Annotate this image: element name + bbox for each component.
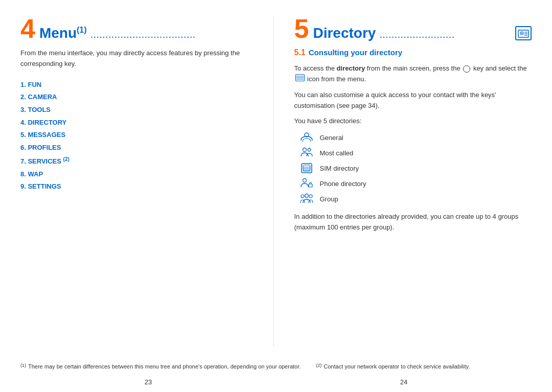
menu-item-fun: 1. FUN <box>20 79 258 91</box>
footnote-2-text: Contact your network operator to check s… <box>324 362 470 371</box>
svg-point-12 <box>308 148 311 151</box>
footnote-1-sup: (1) <box>20 362 26 370</box>
most-called-icon <box>300 147 314 158</box>
circle-button-icon <box>463 65 470 73</box>
chapter-number-right: 5 <box>294 15 309 42</box>
menu-item-tools: 3. TOOLS <box>20 104 258 117</box>
menu-icon-inline <box>295 74 305 85</box>
para1: To access the directory from the main sc… <box>294 63 532 85</box>
svg-point-2 <box>521 33 522 34</box>
dir-label-general: General <box>320 134 343 142</box>
footnote-1-text: There may be certain differences between… <box>28 362 301 371</box>
dir-item-sim: SIM directory <box>300 163 532 174</box>
dir-label-most-called: Most called <box>320 149 354 157</box>
chapter-header-left: 4 Menu(1) ..............................… <box>20 15 258 42</box>
svg-point-11 <box>303 148 306 152</box>
footnotes-bar: (1) There may be certain differences bet… <box>0 357 552 376</box>
menu-item-wap: 8. WAP <box>20 168 258 181</box>
svg-point-22 <box>309 195 312 198</box>
dir-item-most-called: Most called <box>300 147 532 158</box>
menu-item-settings: 9. SETTINGS <box>20 180 258 193</box>
dir-item-group: Group <box>300 193 532 204</box>
dir-label-group: Group <box>320 195 338 203</box>
chapter-header-right: 5 Directory ......................... <box>294 15 532 42</box>
menu-list: 1. FUN 2. CAMERA 3. TOOLS 4. DIRECTORY 5… <box>20 79 258 194</box>
section-heading: 5.1 Consulting your directory <box>294 48 532 57</box>
right-page: 5 Directory ......................... 5.… <box>274 15 532 347</box>
section-number: 5.1 <box>294 48 306 57</box>
menu-item-camera: 2. CAMERA <box>20 91 258 104</box>
dir-label-phone: Phone directory <box>320 180 366 188</box>
menu-item-messages: 5. MESSAGES <box>20 129 258 142</box>
menu-item-services: 7. SERVICES (2) <box>20 154 258 168</box>
svg-point-20 <box>301 195 304 198</box>
page-number-left: 23 <box>145 378 152 386</box>
dots-left: ................................... <box>90 31 196 39</box>
general-icon <box>300 132 314 143</box>
left-page: 4 Menu(1) ..............................… <box>20 15 274 347</box>
menu-item-directory: 4. DIRECTORY <box>20 117 258 129</box>
section-title: Consulting your directory <box>309 48 402 57</box>
svg-point-18 <box>303 179 306 182</box>
page-numbers: 23 24 <box>0 376 552 392</box>
footnote-2-sup: (2) <box>316 362 321 370</box>
menu-item-profiles: 6. PROFILES <box>20 142 258 154</box>
directory-list: General Most called <box>300 132 532 204</box>
para3: You have 5 directories: <box>294 116 532 127</box>
dir-label-sim: SIM directory <box>320 165 359 172</box>
intro-text: From the menu interface, you may directl… <box>20 48 258 70</box>
dir-item-general: General <box>300 132 532 143</box>
para4: In addition to the directories already p… <box>294 212 532 233</box>
sim-icon <box>300 163 314 174</box>
chapter-title-left: Menu(1) ................................… <box>39 25 258 41</box>
footnote-1: (1) There may be certain differences bet… <box>20 362 301 371</box>
footnote-2: (2) Contact your network operator to che… <box>316 362 470 371</box>
group-icon <box>300 193 314 204</box>
svg-rect-19 <box>309 184 312 187</box>
chapter-sup: (1) <box>77 26 87 34</box>
phone-dir-icon <box>300 178 314 189</box>
directory-chapter-icon <box>515 26 532 40</box>
para2: You can also customise a quick access to… <box>294 90 532 111</box>
dir-item-phone: Phone directory <box>300 178 532 189</box>
chapter-number-left: 4 <box>20 15 35 42</box>
dots-right: ......................... <box>380 31 455 39</box>
chapter-title-right: Directory ......................... <box>313 25 515 41</box>
page-number-right: 24 <box>400 378 407 386</box>
svg-point-21 <box>305 194 308 198</box>
